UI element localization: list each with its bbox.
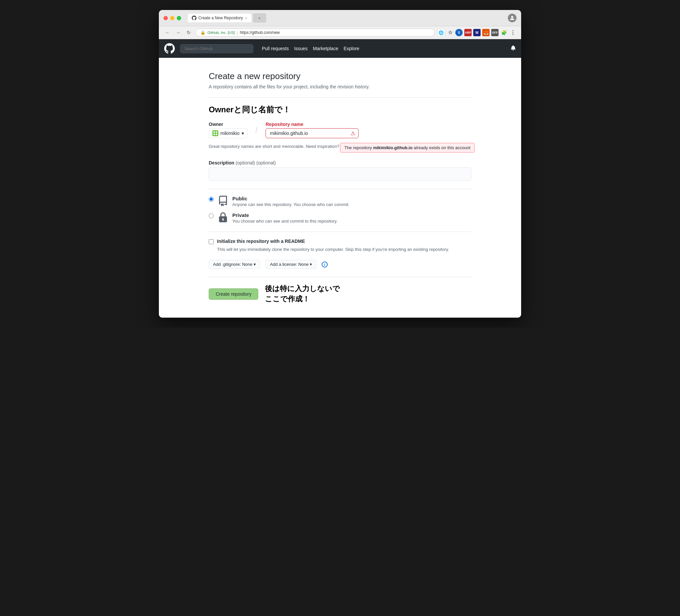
browser-menu-icon[interactable]: ⋮ xyxy=(509,29,516,36)
github-search-input[interactable] xyxy=(180,44,253,53)
private-title: Private xyxy=(232,212,338,218)
dot1 xyxy=(214,131,215,133)
browser-profile-icon[interactable] xyxy=(508,13,516,22)
refresh-button[interactable]: ↻ xyxy=(185,29,193,36)
warning-icon: ⚠ xyxy=(351,130,355,137)
tab-close-button[interactable]: × xyxy=(245,16,247,20)
address-bar[interactable]: 🔒 GitHub, Inc. [US] | https://github.com… xyxy=(195,29,435,36)
annotation-owner-label: Ownerと同じ名前で！ xyxy=(209,104,471,115)
orange-extension-icon[interactable]: 🦊 xyxy=(482,29,489,36)
page-subtitle: A repository contains all the files for … xyxy=(209,84,471,89)
profile-icon xyxy=(510,15,515,21)
create-repository-button[interactable]: Create repository xyxy=(209,288,258,300)
readme-desc: This will let you immediately clone the … xyxy=(217,247,471,252)
owner-label: Owner xyxy=(209,122,248,127)
description-input[interactable] xyxy=(209,168,471,181)
puzzle-extension-icon[interactable]: 🧩 xyxy=(500,29,508,36)
close-button[interactable] xyxy=(164,16,168,20)
public-content: Public Anyone can see this repository. Y… xyxy=(232,196,349,207)
initialize-section: Initialize this repository with a README… xyxy=(209,232,471,252)
owner-value: mikimikio xyxy=(220,130,239,136)
top-divider xyxy=(209,97,471,98)
visibility-section: Public Anyone can see this repository. Y… xyxy=(209,196,471,224)
public-radio[interactable] xyxy=(209,197,214,202)
tab-title: Create a New Repository xyxy=(198,16,243,20)
owner-repo-row: Owner mikimikio ▾ xyxy=(209,122,471,138)
browser-toolbar: ← → ↻ 🔒 GitHub, Inc. [US] | https://gith… xyxy=(159,26,521,39)
gitignore-dropdown[interactable]: Add .gitignore: None ▾ xyxy=(209,260,260,269)
traffic-lights xyxy=(164,16,181,20)
readme-checkbox[interactable] xyxy=(209,239,214,244)
translate-extension-icon[interactable]: 🌐 xyxy=(437,29,445,36)
nav-marketplace[interactable]: Marketplace xyxy=(313,46,338,51)
repo-name-wrapper: ⚠ xyxy=(265,128,359,138)
description-label: Description (optional) (optional) xyxy=(209,160,471,166)
toolbar-extensions: 🌐 ☆ V ABP W 🦊 OFF 🧩 ⋮ xyxy=(437,29,516,36)
dot4 xyxy=(216,134,217,135)
forward-button[interactable]: → xyxy=(174,29,182,36)
info-icon[interactable]: i xyxy=(322,262,328,267)
browser-window: Create a New Repository × + ← → ↻ 🔒 GitH… xyxy=(159,10,521,318)
dot3 xyxy=(214,134,215,135)
private-option: Private You choose who can see and commi… xyxy=(209,212,471,224)
tab-bar: Create a New Repository × + xyxy=(188,13,505,23)
owner-avatar xyxy=(213,130,218,136)
error-tooltip: The repository mikimikio.github.io alrea… xyxy=(340,143,475,152)
public-repo-icon xyxy=(218,196,228,206)
error-repo-name: mikimikio.github.io xyxy=(373,145,413,150)
owner-group: Owner mikimikio ▾ xyxy=(209,122,248,138)
repo-name-input[interactable] xyxy=(265,128,359,138)
notifications-bell-icon[interactable] xyxy=(510,45,516,52)
radio-divider xyxy=(209,189,471,189)
repo-name-group: Repository name ⚠ xyxy=(265,122,359,138)
readme-option: Initialize this repository with a README xyxy=(209,239,471,244)
address-separator: | xyxy=(237,30,238,35)
public-option: Public Anyone can see this repository. Y… xyxy=(209,196,471,207)
back-button[interactable]: ← xyxy=(164,29,171,36)
repo-name-label: Repository name xyxy=(265,122,359,127)
private-repo-icon xyxy=(218,212,228,223)
maximize-button[interactable] xyxy=(177,16,181,20)
secure-label: GitHub, Inc. [US] xyxy=(207,31,235,34)
dropdown-row: Add .gitignore: None ▾ Add a license: No… xyxy=(209,260,471,269)
nav-pull-requests[interactable]: Pull requests xyxy=(262,46,289,51)
public-title: Public xyxy=(232,196,349,201)
license-dropdown[interactable]: Add a license: None ▾ xyxy=(265,260,316,269)
extension-blue-icon[interactable]: V xyxy=(455,29,463,36)
readme-title: Initialize this repository with a README xyxy=(217,239,305,244)
page-title: Create a new repository xyxy=(209,71,471,81)
nav-issues[interactable]: Issues xyxy=(294,46,307,51)
address-url: https://github.com/new xyxy=(240,30,280,35)
optional-label: (optional) xyxy=(236,160,255,166)
slash-separator: / xyxy=(254,125,259,135)
description-section: Description (optional) (optional) xyxy=(209,160,471,181)
minimize-button[interactable] xyxy=(170,16,174,20)
active-tab[interactable]: Create a New Repository × xyxy=(188,13,251,22)
public-desc: Anyone can see this repository. You choo… xyxy=(232,202,349,207)
new-tab-button[interactable]: + xyxy=(253,13,266,23)
github-app: Pull requests Issues Marketplace Explore… xyxy=(159,39,521,318)
avatar-dots xyxy=(213,130,218,136)
private-radio[interactable] xyxy=(209,213,214,218)
github-header: Pull requests Issues Marketplace Explore xyxy=(159,39,521,58)
github-logo-icon xyxy=(164,43,175,54)
dot2 xyxy=(216,131,217,133)
owner-dropdown-icon: ▾ xyxy=(242,130,244,136)
owner-select[interactable]: mikimikio ▾ xyxy=(209,128,248,138)
private-content: Private You choose who can see and commi… xyxy=(232,212,338,224)
w-extension-icon[interactable]: W xyxy=(473,29,481,36)
bookmark-icon[interactable]: ☆ xyxy=(446,29,454,36)
github-nav: Pull requests Issues Marketplace Explore xyxy=(262,46,359,51)
nav-explore[interactable]: Explore xyxy=(344,46,359,51)
main-content: Create a new repository A repository con… xyxy=(199,58,481,318)
annotation-bottom: 後は特に入力しないで ここで作成！ xyxy=(265,284,340,304)
adblock-icon[interactable]: ABP xyxy=(464,29,472,36)
error-row: Great repository names are short and mem… xyxy=(209,144,471,153)
browser-titlebar: Create a New Repository × + xyxy=(159,10,521,26)
submit-section: Create repository 後は特に入力しないで ここで作成！ xyxy=(209,277,471,304)
private-desc: You choose who can see and commit to thi… xyxy=(232,218,338,224)
github-favicon-icon xyxy=(192,16,196,20)
grey-extension-icon[interactable]: OFF xyxy=(491,29,499,36)
great-names-text: Great repository names are short and mem… xyxy=(209,144,362,149)
